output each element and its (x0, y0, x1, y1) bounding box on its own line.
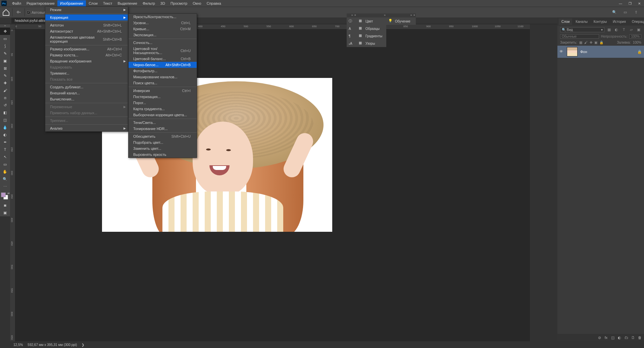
eraser-tool[interactable]: ◧ (0, 109, 10, 116)
filter-smart-icon[interactable]: ▣ (636, 27, 641, 32)
menu-файл[interactable]: Файл (9, 0, 24, 6)
share-icon[interactable]: ⇪ (632, 8, 640, 16)
lock-icon[interactable]: 🔒 (637, 50, 642, 54)
menu-item[interactable]: Выровнять яркость (129, 151, 197, 158)
menu-item[interactable]: Черно-белое...Alt+Shift+Ctrl+B (129, 62, 197, 68)
panel-tab-Слои[interactable]: Слои (559, 18, 572, 25)
lock-all-icon[interactable]: 🔒 (599, 41, 603, 44)
screenmode-tool[interactable]: ▣ (0, 209, 10, 216)
menu-item[interactable]: Тени/Света... (129, 120, 197, 126)
eyedropper-tool[interactable]: ✎ (0, 72, 10, 79)
info-panel-icon[interactable]: ⓘ (347, 17, 357, 25)
panel-tab-История[interactable]: История (610, 18, 629, 25)
fx-icon[interactable]: fx (604, 335, 608, 340)
quick-select-tool[interactable]: ✎ (0, 50, 10, 57)
menu-item[interactable]: Режим▶ (45, 7, 128, 13)
mask-icon[interactable]: ◫ (610, 335, 615, 340)
move-tool-indicator[interactable]: ✥▾ (14, 8, 22, 16)
collapse-toggle[interactable]: » (0, 24, 10, 28)
menu-item[interactable]: Выборочная коррекция цвета... (129, 112, 197, 118)
ruler-corner[interactable] (10, 24, 15, 30)
frame-tool[interactable]: ⊠ (0, 64, 10, 72)
color-swatches[interactable]: ⇄ (0, 191, 10, 202)
menu-item[interactable]: Тримминг... (45, 70, 128, 76)
workspace-icon[interactable]: ▭ (621, 8, 629, 16)
menu-окно[interactable]: Окно (190, 0, 204, 6)
chevron-right-icon[interactable]: ❯ (82, 343, 84, 347)
menu-item[interactable]: Яркость/Контрастность... (129, 14, 197, 20)
menu-item[interactable]: Вращение изображения▶ (45, 58, 128, 64)
group-icon[interactable]: 🗀 (624, 335, 629, 340)
glyph-panel-icon[interactable]: ₐA (347, 40, 357, 47)
visibility-icon[interactable]: 👁 (559, 49, 564, 54)
paragraph-panel-icon[interactable]: ¶ (347, 32, 357, 40)
color-icon[interactable]: ▦Цвет (357, 17, 386, 25)
blur-tool[interactable]: 💧 (0, 124, 10, 131)
menu-item[interactable]: Кривые...Ctrl+M (129, 26, 197, 32)
panel-tab-Операции[interactable]: Операции (629, 18, 644, 25)
search-icon[interactable]: 🔍 (610, 8, 618, 16)
layer-thumbnail[interactable] (567, 47, 578, 56)
menu-текст[interactable]: Текст (100, 0, 115, 6)
menu-item[interactable]: Фотофильтр... (129, 68, 197, 74)
opacity-value[interactable]: 100% (629, 34, 641, 39)
adjustment-layer-icon[interactable]: ◐ (617, 335, 622, 340)
home-button[interactable] (2, 8, 10, 16)
close-icon[interactable]: × (354, 13, 356, 17)
swatches-icon[interactable]: ▦Образцы (357, 25, 386, 32)
menu-item[interactable]: Вычисления... (45, 96, 128, 102)
menu-item[interactable]: Экспозиция... (129, 32, 197, 38)
menu-item[interactable]: Тонирование HDR... (129, 126, 197, 132)
menu-item[interactable]: ИнверсияCtrl+I (129, 88, 197, 94)
shape-tool[interactable]: ▭ (0, 161, 10, 168)
menu-item[interactable]: Постеризация... (129, 94, 197, 100)
menu-item[interactable]: Внешний канал... (45, 90, 128, 96)
menu-редактирование[interactable]: Редактирование (24, 0, 57, 6)
brush-tool[interactable]: 🖌 (0, 87, 10, 94)
gradient-tool[interactable]: ◫ (0, 116, 10, 124)
lock-artboard-icon[interactable]: ▣ (594, 41, 597, 44)
foreground-color[interactable] (1, 192, 6, 197)
expand-icon[interactable]: » (384, 13, 386, 17)
menu-3d[interactable]: 3D (158, 0, 168, 6)
menu-item[interactable]: Сочность... (129, 40, 197, 46)
menu-item[interactable]: Размер изображения...Alt+Ctrl+I (45, 46, 128, 52)
character-panel-icon[interactable]: A (347, 25, 357, 32)
menu-изображение[interactable]: Изображение (57, 0, 86, 6)
menu-item[interactable]: Создать дубликат... (45, 84, 128, 90)
move-tool[interactable]: ✥ (0, 28, 10, 35)
doc-dimensions[interactable]: 592,67 мм x 395,31 мм (300 ppi) (28, 343, 77, 347)
fill-value[interactable]: 100% (633, 41, 641, 44)
close-icon[interactable]: × (413, 13, 415, 17)
crop-tool[interactable]: ▣ (0, 57, 10, 64)
layer-row[interactable]: 👁 Фон 🔒 (557, 46, 644, 58)
menu-item[interactable]: Карта градиента... (129, 106, 197, 112)
menu-item[interactable]: Коррекция▶ (45, 14, 128, 20)
new-layer-icon[interactable]: 🗋 (631, 335, 635, 340)
layer-filter-kind[interactable]: 🔍 Вид▾ (560, 27, 604, 32)
autoselect-checkbox[interactable] (27, 11, 30, 14)
filter-shape-icon[interactable]: ▱ (629, 27, 634, 32)
path-select-tool[interactable]: ↖ (0, 153, 10, 161)
type-tool[interactable]: T (0, 146, 10, 153)
lock-pixels-icon[interactable]: 🖌 (584, 41, 588, 44)
marquee-tool[interactable]: ▭ (0, 35, 10, 42)
lock-transparent-icon[interactable]: ▦ (579, 41, 582, 44)
lasso-tool[interactable]: ⟆ (0, 42, 10, 50)
link-layers-icon[interactable]: ⊘ (597, 335, 602, 340)
menu-item[interactable]: Поиск цвета... (129, 80, 197, 86)
stamp-tool[interactable]: ⧈ (0, 94, 10, 101)
lock-position-icon[interactable]: ✥ (590, 41, 592, 44)
menu-item[interactable]: Заменить цвет... (129, 145, 197, 151)
menu-item[interactable]: Цветовой баланс...Ctrl+B (129, 56, 197, 62)
menu-item[interactable]: АвтотонShift+Ctrl+L (45, 22, 128, 28)
menu-фильтр[interactable]: Фильтр (140, 0, 158, 6)
window-minimize[interactable]: — (616, 0, 625, 7)
swap-colors-icon[interactable]: ⇄ (7, 192, 10, 195)
history-brush-tool[interactable]: ↺ (0, 101, 10, 109)
menu-выделение[interactable]: Выделение (115, 0, 140, 6)
panel-tab-Контуры[interactable]: Контуры (591, 18, 609, 25)
delete-layer-icon[interactable]: 🗑 (637, 335, 642, 340)
menu-item[interactable]: ОбесцветитьShift+Ctrl+U (129, 133, 197, 139)
pen-tool[interactable]: ✒ (0, 138, 10, 146)
